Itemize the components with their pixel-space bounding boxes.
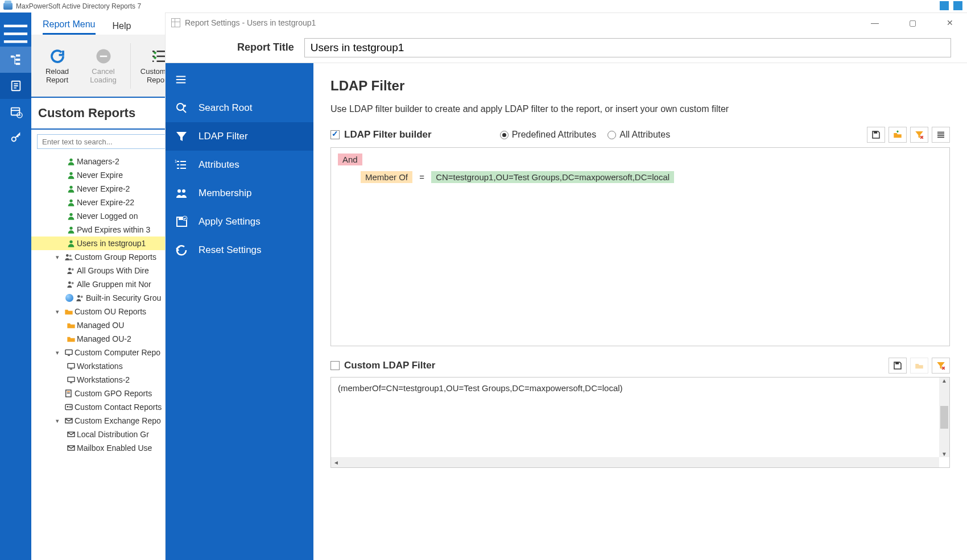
clear-filter-button[interactable] — [910, 127, 928, 143]
chevron-down-icon[interactable]: ▾ — [52, 349, 63, 356]
svg-rect-3 — [16, 63, 20, 65]
reload-icon — [49, 48, 66, 65]
svg-point-17 — [69, 200, 72, 202]
svg-rect-52 — [874, 131, 877, 134]
cancel-icon — [95, 48, 112, 65]
svg-rect-11 — [156, 56, 165, 57]
svg-rect-32 — [70, 369, 72, 370]
filter-attribute[interactable]: Member Of — [361, 171, 412, 183]
save-custom-button[interactable] — [889, 358, 907, 374]
report-title-input[interactable] — [304, 38, 951, 57]
menu-help[interactable]: Help — [113, 21, 131, 35]
tool-cancel: CancelLoading — [82, 48, 125, 84]
membership-icon — [173, 185, 189, 201]
app-icon — [3, 3, 13, 10]
corner-icon-2[interactable] — [953, 1, 962, 10]
nav-item-membership[interactable]: Membership — [166, 179, 313, 208]
search-root-icon — [173, 100, 189, 116]
rail-key-button[interactable] — [0, 125, 31, 151]
open-filter-button[interactable] — [889, 127, 907, 143]
svg-rect-31 — [68, 363, 75, 368]
apply-icon — [173, 214, 189, 230]
menu-report[interactable]: Report Menu — [43, 19, 96, 35]
filter-builder-checkbox[interactable] — [330, 130, 340, 139]
svg-point-25 — [68, 281, 71, 284]
svg-rect-9 — [100, 56, 107, 57]
chevron-down-icon[interactable]: ▾ — [52, 254, 63, 261]
filter-and-operator[interactable]: And — [338, 154, 362, 165]
dialog-title: Report Settings - Users in testgroup1 — [185, 18, 316, 27]
dialog-nav-hamburger[interactable] — [166, 65, 313, 94]
chevron-down-icon[interactable]: ▾ — [52, 308, 63, 316]
custom-filter-checkbox[interactable] — [330, 361, 340, 370]
svg-rect-53 — [895, 362, 899, 364]
nav-item-attributes[interactable]: 1 Attributes — [166, 151, 313, 179]
toolbar-divider — [130, 43, 131, 89]
dialog-nav: Search Root LDAP Filter 1 Attributes Mem… — [166, 63, 313, 560]
svg-point-14 — [69, 159, 72, 161]
ldap-filter-icon — [173, 128, 189, 144]
svg-point-23 — [68, 268, 71, 271]
nav-item-ldap-filter[interactable]: LDAP Filter — [166, 122, 313, 151]
svg-point-24 — [72, 268, 74, 271]
radio-predefined[interactable]: Predefined Attributes — [500, 130, 597, 140]
svg-rect-5 — [11, 108, 19, 115]
svg-rect-12 — [156, 61, 165, 63]
nav-item-reset[interactable]: Reset Settings — [166, 236, 313, 264]
svg-rect-10 — [156, 51, 165, 52]
svg-rect-40 — [69, 406, 72, 406]
svg-point-20 — [69, 240, 72, 243]
svg-point-48 — [177, 189, 181, 193]
custom-filter-text: (memberOf=CN=testgroup1,OU=Test Groups,D… — [338, 383, 623, 393]
custom-filter-header: Custom LDAP Filter — [330, 358, 950, 374]
svg-rect-33 — [68, 377, 75, 381]
svg-rect-36 — [67, 391, 70, 392]
svg-rect-30 — [68, 355, 70, 356]
custom-filter-label: Custom LDAP Filter — [344, 360, 435, 371]
svg-point-39 — [67, 406, 69, 408]
globe-icon — [65, 294, 73, 302]
svg-point-15 — [69, 172, 72, 175]
svg-rect-37 — [67, 393, 70, 393]
svg-point-27 — [77, 295, 80, 298]
svg-point-46 — [184, 105, 186, 107]
svg-point-16 — [69, 186, 72, 189]
app-corner-icons — [940, 1, 962, 10]
svg-point-7 — [11, 137, 15, 141]
window-controls: — ▢ ✕ — [863, 18, 961, 27]
tool-reload[interactable]: ReloadReport — [36, 48, 78, 84]
open-custom-button[interactable] — [910, 358, 928, 374]
lines-button[interactable] — [932, 127, 950, 143]
content-heading: LDAP Filter — [330, 78, 950, 94]
nav-item-apply[interactable]: Apply Settings — [166, 208, 313, 236]
filter-builder-header: LDAP Filter builder Predefined Attribute… — [330, 127, 950, 143]
dialog-titlebar[interactable]: Report Settings - Users in testgroup1 — … — [166, 13, 967, 32]
nav-item-search-root[interactable]: Search Root — [166, 94, 313, 122]
rail-tree-button[interactable] — [0, 47, 31, 73]
chevron-down-icon[interactable]: ▾ — [52, 417, 63, 425]
rail-hamburger-button[interactable] — [0, 20, 31, 47]
radio-all-attributes[interactable]: All Attributes — [608, 130, 670, 140]
corner-icon-1[interactable] — [940, 1, 949, 10]
horizontal-scrollbar[interactable]: ◄ — [331, 457, 939, 467]
filter-equals: = — [419, 172, 424, 182]
filter-value[interactable]: CN=testgroup1,OU=Test Groups,DC=maxpower… — [431, 171, 674, 183]
close-button[interactable]: ✕ — [939, 18, 961, 27]
save-filter-button[interactable] — [867, 127, 885, 143]
maximize-button[interactable]: ▢ — [901, 18, 924, 27]
svg-rect-2 — [16, 59, 20, 61]
svg-point-49 — [182, 189, 185, 193]
custom-filter-box[interactable]: (memberOf=CN=testgroup1,OU=Test Groups,D… — [330, 377, 950, 468]
svg-rect-29 — [65, 350, 72, 354]
clear-custom-button[interactable] — [932, 358, 950, 374]
svg-point-21 — [66, 254, 69, 257]
minimize-button[interactable]: — — [863, 18, 886, 27]
svg-rect-1 — [16, 55, 20, 57]
rail-schedule-button[interactable] — [0, 99, 31, 125]
rail-reports-button[interactable] — [0, 73, 31, 99]
filter-builder-box[interactable]: And Member Of = CN=testgroup1,OU=Test Gr… — [330, 147, 950, 346]
svg-point-26 — [72, 282, 74, 284]
svg-text:1: 1 — [175, 159, 177, 163]
vertical-scrollbar[interactable]: ▲▼ — [939, 378, 949, 457]
app-titlebar: MaxPowerSoft Active Directory Reports 7 — [0, 0, 967, 13]
